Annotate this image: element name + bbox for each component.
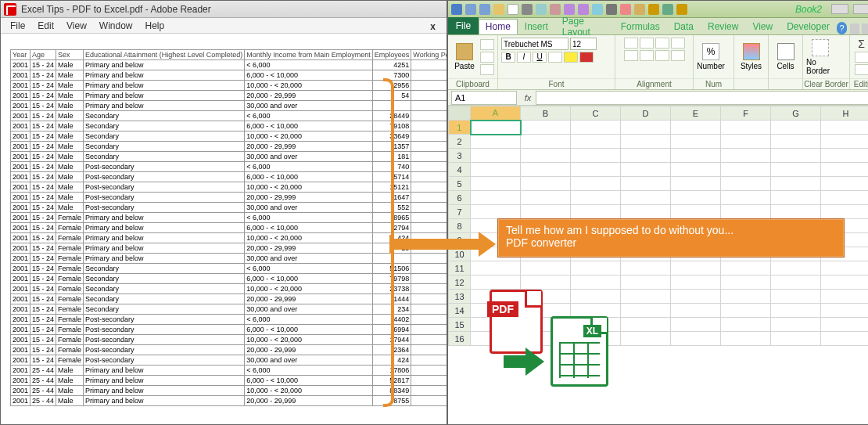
- qat-sort-desc-icon[interactable]: [578, 4, 589, 15]
- cell-G7[interactable]: [771, 205, 821, 219]
- cell-G5[interactable]: [771, 177, 821, 191]
- qat-mail-icon[interactable]: [550, 4, 561, 15]
- row-header-12[interactable]: 12: [449, 276, 471, 290]
- cell-A7[interactable]: [471, 205, 521, 219]
- cell-H5[interactable]: [821, 177, 869, 191]
- cell-B12[interactable]: [521, 276, 571, 290]
- menu-help[interactable]: Help: [139, 19, 171, 33]
- cell-E5[interactable]: [671, 177, 721, 191]
- qat-preview-icon[interactable]: [536, 4, 547, 15]
- qat-camera-icon[interactable]: [606, 4, 617, 15]
- font-name-select[interactable]: Trebuchet MS: [501, 38, 569, 50]
- cell-D1[interactable]: [621, 121, 671, 135]
- excel-minimize-button[interactable]: [831, 4, 848, 14]
- format-painter-icon[interactable]: [480, 64, 494, 75]
- cell-E2[interactable]: [671, 135, 721, 149]
- cell-F16[interactable]: [721, 332, 771, 346]
- align-bottom-icon[interactable]: [655, 38, 669, 49]
- cell-E12[interactable]: [671, 276, 721, 290]
- cell-H3[interactable]: [821, 149, 869, 163]
- cell-H2[interactable]: [821, 135, 869, 149]
- qat-save-icon[interactable]: [451, 4, 462, 15]
- align-middle-icon[interactable]: [640, 38, 654, 49]
- cell-D7[interactable]: [621, 205, 671, 219]
- autosum-icon[interactable]: Σ: [858, 38, 865, 50]
- cell-E7[interactable]: [671, 205, 721, 219]
- cell-A3[interactable]: [471, 149, 521, 163]
- cell-A1[interactable]: [471, 121, 521, 135]
- menu-edit[interactable]: Edit: [31, 19, 60, 33]
- cell-B5[interactable]: [521, 177, 571, 191]
- fx-icon[interactable]: fx: [520, 93, 536, 103]
- cell-B11[interactable]: [521, 261, 571, 276]
- cell-D3[interactable]: [621, 149, 671, 163]
- cells-button[interactable]: Cells: [772, 39, 799, 75]
- cell-D11[interactable]: [621, 261, 671, 276]
- cell-C3[interactable]: [571, 149, 621, 163]
- cell-D5[interactable]: [621, 177, 671, 191]
- cell-B3[interactable]: [521, 149, 571, 163]
- cell-H15[interactable]: [821, 318, 869, 332]
- cell-F15[interactable]: [721, 318, 771, 332]
- menu-file[interactable]: File: [4, 19, 31, 33]
- copy-icon[interactable]: [480, 52, 494, 63]
- qat-format-painter-icon[interactable]: [648, 4, 659, 15]
- qat-sort-asc-icon[interactable]: [564, 4, 575, 15]
- cell-C12[interactable]: [571, 276, 621, 290]
- border-button[interactable]: [548, 52, 562, 63]
- cell-H13[interactable]: [821, 290, 869, 304]
- menu-window[interactable]: Window: [93, 19, 139, 33]
- tab-home[interactable]: Home: [479, 19, 518, 34]
- cell-D12[interactable]: [621, 276, 671, 290]
- number-format-button[interactable]: % Number: [697, 39, 725, 75]
- cell-F13[interactable]: [721, 290, 771, 304]
- qat-open-icon[interactable]: [493, 4, 504, 15]
- excel-mdi-min-icon[interactable]: [850, 23, 859, 34]
- merge-center-icon[interactable]: [671, 50, 685, 61]
- underline-button[interactable]: U: [533, 52, 547, 63]
- adobe-close-doc-button[interactable]: x: [424, 20, 442, 34]
- cell-E11[interactable]: [671, 261, 721, 276]
- qat-chart-icon[interactable]: [620, 4, 631, 15]
- fill-icon[interactable]: [855, 52, 869, 63]
- clear-icon[interactable]: [855, 64, 869, 75]
- bold-button[interactable]: B: [501, 52, 515, 63]
- italic-button[interactable]: I: [517, 52, 531, 63]
- cell-B6[interactable]: [521, 191, 571, 205]
- row-header-15[interactable]: 15: [449, 318, 471, 332]
- row-header-13[interactable]: 13: [449, 290, 471, 304]
- cell-C11[interactable]: [571, 261, 621, 276]
- excel-help-icon[interactable]: ?: [837, 22, 848, 34]
- cell-B4[interactable]: [521, 163, 571, 177]
- cell-H7[interactable]: [821, 205, 869, 219]
- qat-filter-icon[interactable]: [592, 4, 603, 15]
- cell-G13[interactable]: [771, 290, 821, 304]
- cell-D2[interactable]: [621, 135, 671, 149]
- cell-H12[interactable]: [821, 276, 869, 290]
- cell-D15[interactable]: [621, 318, 671, 332]
- tab-page-layout[interactable]: Page Layout: [555, 19, 614, 34]
- tab-data[interactable]: Data: [667, 19, 701, 34]
- qat-paste-icon[interactable]: [634, 4, 645, 15]
- cell-F7[interactable]: [721, 205, 771, 219]
- qat-print-icon[interactable]: [522, 4, 533, 15]
- align-right-icon[interactable]: [655, 50, 669, 61]
- row-header-7[interactable]: 7: [449, 205, 471, 219]
- cell-A5[interactable]: [471, 177, 521, 191]
- no-border-button[interactable]: No Border: [806, 39, 834, 75]
- cell-A12[interactable]: [471, 276, 521, 290]
- qat-undo-icon[interactable]: [465, 4, 476, 15]
- cell-F11[interactable]: [721, 261, 771, 276]
- qat-new-icon[interactable]: [508, 4, 518, 15]
- cell-F4[interactable]: [721, 163, 771, 177]
- cell-E3[interactable]: [671, 149, 721, 163]
- cell-B2[interactable]: [521, 135, 571, 149]
- cell-E6[interactable]: [671, 191, 721, 205]
- row-header-11[interactable]: 11: [449, 261, 471, 276]
- name-box[interactable]: A1: [451, 91, 517, 105]
- cell-A2[interactable]: [471, 135, 521, 149]
- cell-E4[interactable]: [671, 163, 721, 177]
- cell-F2[interactable]: [721, 135, 771, 149]
- cell-A4[interactable]: [471, 163, 521, 177]
- row-header-1[interactable]: 1: [449, 121, 471, 135]
